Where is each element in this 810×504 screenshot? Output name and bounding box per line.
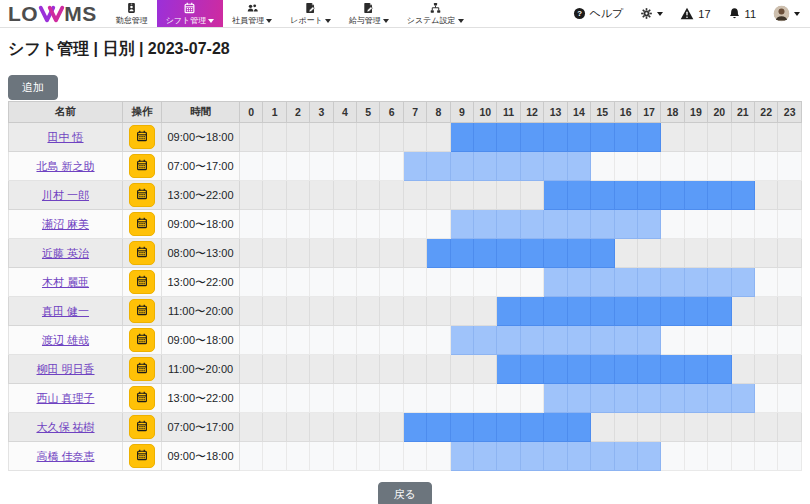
shift-bar-cell bbox=[497, 210, 520, 239]
table-row: 真田 健一11:00〜20:00 bbox=[9, 297, 802, 326]
calendar-icon bbox=[136, 420, 148, 435]
edit-shift-button[interactable] bbox=[129, 386, 155, 410]
gantt-cell bbox=[310, 355, 333, 384]
shift-time: 09:00〜18:00 bbox=[162, 326, 240, 355]
gantt-cell bbox=[286, 326, 309, 355]
gantt-cell bbox=[263, 268, 286, 297]
edit-shift-button[interactable] bbox=[129, 357, 155, 381]
nav-item-attendance[interactable]: 勤怠管理 bbox=[107, 0, 157, 27]
gantt-cell bbox=[403, 326, 426, 355]
gantt-cell bbox=[684, 326, 707, 355]
shift-bar-cell bbox=[637, 384, 660, 413]
shift-bar-cell bbox=[567, 442, 590, 471]
employee-name-link[interactable]: 柳田 明日香 bbox=[36, 363, 94, 375]
shift-bar-cell bbox=[544, 442, 567, 471]
shift-bar-cell bbox=[567, 239, 590, 268]
edit-shift-button[interactable] bbox=[129, 212, 155, 236]
employee-name-link[interactable]: 北島 新之助 bbox=[36, 160, 94, 172]
table-row: 渡辺 雄哉09:00〜18:00 bbox=[9, 326, 802, 355]
gantt-cell bbox=[403, 268, 426, 297]
back-button[interactable]: 戻る bbox=[378, 482, 432, 504]
shift-bar-cell bbox=[567, 384, 590, 413]
gantt-cell bbox=[684, 442, 707, 471]
nav-item-shift[interactable]: シフト管理 bbox=[157, 0, 224, 27]
gantt-cell bbox=[637, 239, 660, 268]
warning-count: 17 bbox=[698, 8, 710, 20]
gantt-cell bbox=[684, 210, 707, 239]
alerts-warning-button[interactable]: 17 bbox=[680, 7, 710, 20]
employee-name-link[interactable]: 真田 健一 bbox=[42, 305, 89, 317]
shift-bar-cell bbox=[661, 384, 684, 413]
nav-item-settings[interactable]: システム設定 bbox=[398, 0, 473, 27]
gantt-cell bbox=[731, 210, 754, 239]
gantt-cell bbox=[520, 181, 543, 210]
employee-name-link[interactable]: 高橋 佳奈恵 bbox=[36, 450, 94, 462]
gantt-cell bbox=[310, 210, 333, 239]
edit-shift-button[interactable] bbox=[129, 270, 155, 294]
employee-name-link[interactable]: 木村 麗亜 bbox=[42, 276, 89, 288]
chevron-down-icon bbox=[458, 19, 464, 23]
app-logo[interactable]: LOMS bbox=[0, 0, 107, 27]
gantt-cell bbox=[754, 355, 777, 384]
hour-header: 7 bbox=[403, 102, 426, 123]
gantt-cell bbox=[520, 384, 543, 413]
settings-gear-button[interactable] bbox=[640, 7, 663, 20]
gantt-cell bbox=[286, 355, 309, 384]
add-button[interactable]: 追加 bbox=[8, 75, 58, 100]
gantt-cell bbox=[310, 268, 333, 297]
gantt-cell bbox=[310, 384, 333, 413]
shift-bar-cell bbox=[520, 413, 543, 442]
shift-time: 11:00〜20:00 bbox=[162, 355, 240, 384]
nav-item-payroll[interactable]: 給与管理 bbox=[340, 0, 398, 27]
gantt-cell bbox=[240, 181, 263, 210]
shift-bar-cell bbox=[544, 239, 567, 268]
edit-shift-button[interactable] bbox=[129, 125, 155, 149]
gantt-cell bbox=[591, 413, 614, 442]
edit-shift-button[interactable] bbox=[129, 154, 155, 178]
employee-name-link[interactable]: 瀬沼 麻美 bbox=[42, 218, 89, 230]
gantt-cell bbox=[474, 355, 497, 384]
shift-bar-cell bbox=[614, 442, 637, 471]
employee-name-link[interactable]: 近藤 英治 bbox=[42, 247, 89, 259]
edit-shift-button[interactable] bbox=[129, 183, 155, 207]
employee-name-link[interactable]: 田中 悟 bbox=[47, 131, 83, 143]
edit-shift-button[interactable] bbox=[129, 241, 155, 265]
nav-item-report[interactable]: レポート bbox=[281, 0, 340, 27]
employee-name-link[interactable]: 渡辺 雄哉 bbox=[42, 334, 89, 346]
edit-shift-button[interactable] bbox=[129, 415, 155, 439]
question-circle-icon: ? bbox=[573, 7, 586, 20]
id-badge-icon bbox=[125, 2, 138, 14]
gantt-cell bbox=[778, 384, 802, 413]
employee-name-link[interactable]: 西山 真理子 bbox=[36, 392, 94, 404]
shift-bar-cell bbox=[708, 384, 731, 413]
notifications-bell-button[interactable]: 11 bbox=[728, 7, 756, 20]
table-row: 高橋 佳奈恵09:00〜18:00 bbox=[9, 442, 802, 471]
gantt-cell bbox=[380, 384, 403, 413]
hour-header: 4 bbox=[333, 102, 356, 123]
action-cell bbox=[123, 384, 162, 413]
shift-bar-cell bbox=[614, 210, 637, 239]
edit-shift-button[interactable] bbox=[129, 328, 155, 352]
edit-shift-button[interactable] bbox=[129, 299, 155, 323]
employee-name-link[interactable]: 川村 一郎 bbox=[42, 189, 89, 201]
shift-bar-cell bbox=[708, 268, 731, 297]
gantt-cell bbox=[731, 297, 754, 326]
gantt-cell bbox=[450, 297, 473, 326]
gantt-cell bbox=[333, 152, 356, 181]
gantt-cell bbox=[778, 239, 802, 268]
shift-time: 09:00〜18:00 bbox=[162, 210, 240, 239]
edit-shift-button[interactable] bbox=[129, 444, 155, 468]
help-button[interactable]: ? ヘルプ bbox=[573, 6, 624, 21]
gantt-cell bbox=[731, 123, 754, 152]
gantt-cell bbox=[380, 152, 403, 181]
nav-item-staff[interactable]: 社員管理 bbox=[223, 0, 281, 27]
gantt-cell bbox=[684, 152, 707, 181]
calendar-icon bbox=[136, 449, 148, 464]
gantt-cell bbox=[778, 326, 802, 355]
gantt-cell bbox=[474, 384, 497, 413]
shift-bar-cell bbox=[567, 326, 590, 355]
user-menu-button[interactable] bbox=[773, 5, 800, 22]
employee-name-link[interactable]: 大久保 祐樹 bbox=[36, 421, 94, 433]
gantt-cell bbox=[286, 297, 309, 326]
gantt-cell bbox=[684, 413, 707, 442]
